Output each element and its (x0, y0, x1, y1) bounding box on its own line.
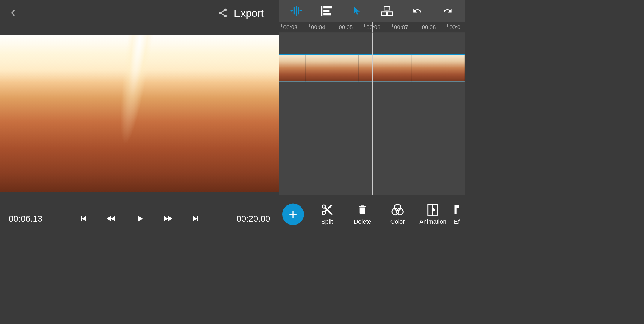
svg-point-1 (219, 12, 222, 14)
ruler-label: 00:03 (283, 24, 298, 30)
svg-rect-10 (323, 13, 331, 15)
svg-point-0 (224, 9, 227, 11)
svg-marker-5 (290, 10, 292, 12)
add-button[interactable] (282, 203, 304, 225)
animation-label: Animation (420, 218, 447, 225)
ruler-label: 00:07 (394, 24, 408, 30)
color-action[interactable]: Color (381, 203, 414, 226)
clip-thumbnail (438, 55, 465, 81)
svg-marker-20 (433, 207, 436, 212)
split-action[interactable]: Split (311, 203, 343, 226)
svg-rect-12 (382, 12, 387, 16)
align-left-icon (321, 6, 332, 16)
ruler-tick (420, 24, 420, 27)
export-button[interactable]: Export (234, 7, 272, 19)
play-icon (134, 213, 145, 224)
cursor-icon (352, 5, 362, 16)
delete-label: Delete (354, 218, 371, 225)
back-button[interactable] (7, 7, 19, 20)
ruler-label: 00:08 (422, 24, 436, 30)
share-icon (218, 8, 228, 18)
ruler-label: 00:05 (339, 24, 353, 30)
preview-area (0, 26, 279, 202)
transport-bar: 00:06.13 00:20.00 (0, 203, 279, 234)
plus-icon (287, 208, 299, 220)
skip-end-button[interactable] (189, 212, 202, 225)
play-button[interactable] (133, 212, 146, 225)
ruler-label: 00:0 (450, 24, 461, 30)
svg-rect-7 (321, 6, 322, 16)
clip-thumbnail (385, 55, 412, 81)
ruler-label: 00:06 (367, 24, 381, 30)
trash-icon (357, 203, 368, 216)
top-bar: Export (0, 0, 279, 26)
scissors-icon (321, 203, 334, 216)
clip-thumbnail (332, 55, 359, 81)
skip-start-button[interactable] (77, 212, 90, 225)
layout-icon (381, 6, 393, 16)
chevron-left-icon (9, 8, 17, 18)
skip-next-icon (191, 214, 201, 224)
waveform-icon (290, 5, 303, 16)
redo-button[interactable] (440, 3, 455, 19)
svg-rect-8 (323, 6, 332, 8)
duration-time: 00:20.00 (227, 214, 270, 224)
clip-thumbnail (306, 55, 332, 81)
svg-marker-6 (301, 10, 302, 12)
tool-bar (279, 0, 465, 22)
align-tool[interactable] (319, 3, 334, 19)
fast-forward-icon (162, 213, 173, 224)
ruler-tick (337, 24, 337, 27)
action-bar: Split Delete Color Animation Ef (279, 195, 465, 234)
layout-tool[interactable] (379, 3, 395, 19)
svg-rect-18 (428, 204, 433, 215)
svg-line-4 (221, 10, 224, 12)
pointer-tool[interactable] (349, 3, 364, 19)
animation-action[interactable]: Animation (417, 203, 449, 226)
svg-rect-11 (384, 6, 390, 10)
svg-point-2 (224, 15, 227, 17)
share-button[interactable] (216, 7, 229, 20)
svg-rect-13 (388, 12, 393, 16)
audio-waveform-tool[interactable] (289, 3, 304, 19)
ruler-tick (309, 24, 310, 27)
ruler-tick (392, 24, 393, 27)
ruler-tick (364, 24, 365, 27)
effects-action-partial[interactable]: Ef (452, 203, 462, 226)
timeline-ruler[interactable]: 00:0300:0400:0500:0600:0700:0800:0 (279, 22, 465, 32)
effects-icon (453, 204, 460, 215)
redo-icon (442, 6, 453, 16)
ruler-tick (281, 24, 282, 27)
ruler-label: 00:04 (311, 24, 325, 30)
clip-thumbnail (279, 55, 306, 81)
playhead[interactable] (372, 32, 373, 195)
color-circles-icon (391, 203, 404, 216)
undo-button[interactable] (410, 3, 425, 19)
transport-controls (52, 212, 227, 225)
clip-thumbnail (412, 55, 438, 81)
rewind-button[interactable] (105, 212, 118, 225)
effects-label: Ef (454, 218, 459, 225)
delete-action[interactable]: Delete (346, 203, 379, 226)
skip-previous-icon (78, 214, 88, 224)
preview-panel: Export 00:06.13 00:20.00 (0, 0, 279, 234)
fast-forward-button[interactable] (161, 212, 174, 225)
split-label: Split (321, 218, 333, 225)
svg-line-3 (221, 14, 224, 15)
undo-icon (411, 6, 423, 16)
color-label: Color (390, 218, 405, 225)
ruler-tick (447, 24, 448, 27)
video-preview[interactable] (0, 35, 279, 192)
current-time: 00:06.13 (9, 214, 52, 224)
timeline-panel: 00:0300:0400:0500:0600:0700:0800:0 Split (279, 0, 465, 234)
rewind-icon (106, 213, 117, 224)
timeline-area[interactable] (279, 32, 465, 195)
svg-rect-9 (323, 10, 329, 12)
animation-icon (427, 203, 439, 216)
